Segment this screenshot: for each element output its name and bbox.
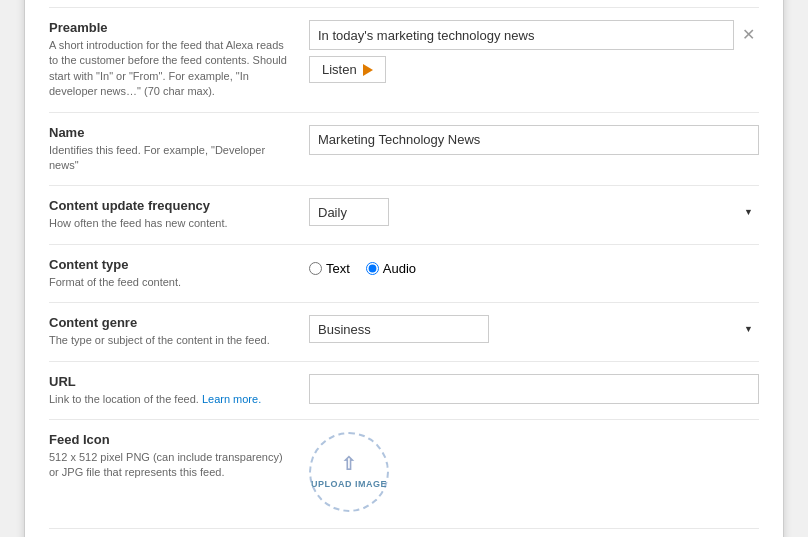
play-icon <box>363 64 373 76</box>
url-label-col: URL Link to the location of the feed. Le… <box>49 374 309 407</box>
adding-feed-dialog: Adding Feed Preamble A short introductio… <box>24 0 784 537</box>
radio-text-label[interactable]: Text <box>309 261 350 276</box>
preamble-input[interactable] <box>309 20 734 50</box>
footer-buttons: Cancel Save <box>49 528 759 537</box>
radio-text-text: Text <box>326 261 350 276</box>
feed-icon-label-col: Feed Icon 512 x 512 pixel PNG (can inclu… <box>49 432 309 481</box>
radio-audio-label[interactable]: Audio <box>366 261 416 276</box>
listen-label: Listen <box>322 62 357 77</box>
feed-icon-label: Feed Icon <box>49 432 289 447</box>
name-desc: Identifies this feed. For example, "Deve… <box>49 143 289 174</box>
content-type-controls: Text Audio <box>309 257 759 276</box>
radio-text[interactable] <box>309 262 322 275</box>
frequency-label: Content update frequency <box>49 198 289 213</box>
frequency-label-col: Content update frequency How often the f… <box>49 198 309 231</box>
name-label-col: Name Identifies this feed. For example, … <box>49 125 309 174</box>
url-input[interactable] <box>309 374 759 404</box>
frequency-row: Content update frequency How often the f… <box>49 185 759 243</box>
url-label: URL <box>49 374 289 389</box>
content-type-label: Content type <box>49 257 289 272</box>
preamble-label-col: Preamble A short introduction for the fe… <box>49 20 309 100</box>
name-label: Name <box>49 125 289 140</box>
learn-more-link[interactable]: Learn more. <box>202 393 261 405</box>
url-desc-prefix: Link to the location of the feed. <box>49 393 199 405</box>
url-desc: Link to the location of the feed. Learn … <box>49 392 289 407</box>
name-controls <box>309 125 759 155</box>
upload-image-button[interactable]: ⇧ UPLOAD IMAGE <box>309 432 389 512</box>
content-type-row: Content type Format of the feed content.… <box>49 244 759 302</box>
genre-desc: The type or subject of the content in th… <box>49 333 289 348</box>
url-row: URL Link to the location of the feed. Le… <box>49 361 759 419</box>
listen-button[interactable]: Listen <box>309 56 386 83</box>
feed-icon-desc: 512 x 512 pixel PNG (can include transpa… <box>49 450 289 481</box>
genre-select[interactable]: Business Technology News Sports Entertai… <box>309 315 489 343</box>
genre-label: Content genre <box>49 315 289 330</box>
feed-icon-controls: ⇧ UPLOAD IMAGE <box>309 432 759 512</box>
content-type-desc: Format of the feed content. <box>49 275 289 290</box>
preamble-row: Preamble A short introduction for the fe… <box>49 7 759 112</box>
name-input[interactable] <box>309 125 759 155</box>
genre-controls: Business Technology News Sports Entertai… <box>309 315 759 343</box>
frequency-controls: Daily Weekly Monthly <box>309 198 759 226</box>
radio-audio[interactable] <box>366 262 379 275</box>
preamble-controls: ✕ Listen <box>309 20 759 83</box>
preamble-desc: A short introduction for the feed that A… <box>49 38 289 100</box>
genre-row: Content genre The type or subject of the… <box>49 302 759 360</box>
genre-label-col: Content genre The type or subject of the… <box>49 315 309 348</box>
feed-icon-row: Feed Icon 512 x 512 pixel PNG (can inclu… <box>49 419 759 524</box>
preamble-clear-button[interactable]: ✕ <box>738 27 759 43</box>
frequency-select[interactable]: Daily Weekly Monthly <box>309 198 389 226</box>
frequency-desc: How often the feed has new content. <box>49 216 289 231</box>
upload-label: UPLOAD IMAGE <box>311 479 387 491</box>
upload-icon: ⇧ <box>341 453 357 476</box>
content-type-label-col: Content type Format of the feed content. <box>49 257 309 290</box>
genre-select-wrapper: Business Technology News Sports Entertai… <box>309 315 759 343</box>
radio-audio-text: Audio <box>383 261 416 276</box>
preamble-label: Preamble <box>49 20 289 35</box>
preamble-input-wrap: ✕ <box>309 20 759 50</box>
content-type-radio-group: Text Audio <box>309 257 759 276</box>
name-row: Name Identifies this feed. For example, … <box>49 112 759 186</box>
url-controls <box>309 374 759 404</box>
frequency-select-wrapper: Daily Weekly Monthly <box>309 198 759 226</box>
